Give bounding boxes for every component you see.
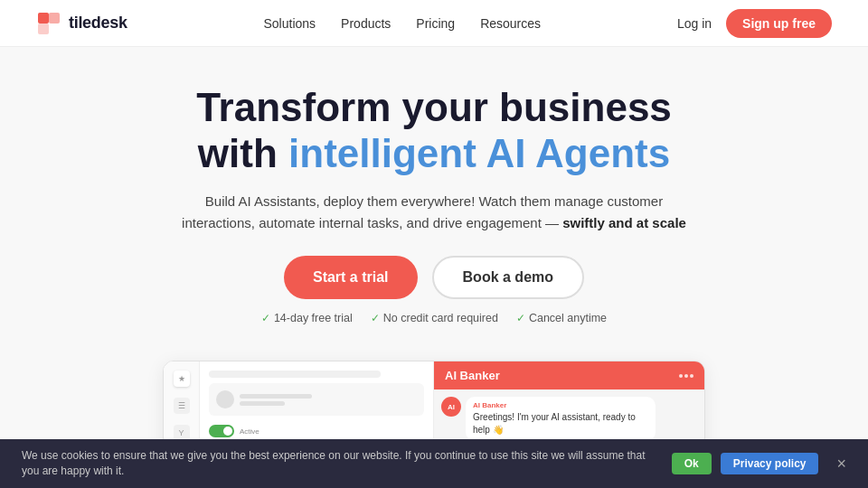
hero-title-line2-plain: with: [198, 131, 288, 175]
nav-solutions[interactable]: Solutions: [264, 16, 316, 31]
sidebar-icon-star: ★: [174, 371, 190, 387]
check-icon-cancel: ✓: [516, 312, 525, 324]
brand-name: tiledesk: [69, 14, 127, 33]
hero-subtitle: Build AI Assistants, deploy them everywh…: [172, 191, 696, 234]
chat-bubble-label-1: AI Banker: [473, 401, 648, 409]
nav-pricing[interactable]: Pricing: [416, 16, 455, 31]
demo-toggle-area: Active: [209, 425, 424, 437]
svg-rect-2: [38, 23, 49, 34]
trust-row: ✓ 14-day free trial ✓ No credit card req…: [18, 312, 850, 324]
hero-buttons: Start a trial Book a demo: [18, 256, 850, 299]
demo-mini-avatar: [216, 390, 234, 408]
chat-bubble-ai-1: AI Banker Greetings! I'm your AI assista…: [466, 397, 656, 441]
check-icon-trial: ✓: [261, 312, 270, 324]
hero-title-highlight: intelligent AI Agents: [288, 131, 670, 175]
demo-toggle: [209, 425, 234, 437]
chat-menu-icon[interactable]: [679, 374, 693, 378]
trust-item-card: ✓ No credit card required: [371, 312, 498, 324]
svg-rect-1: [49, 13, 60, 23]
start-trial-button[interactable]: Start a trial: [284, 256, 418, 299]
tiledesk-logo-icon: [36, 11, 61, 36]
trust-item-cancel: ✓ Cancel anytime: [516, 312, 607, 324]
chat-avatar-ai: AI: [441, 397, 461, 417]
hero-title-line1: Transform your business: [196, 85, 672, 129]
sidebar-icon-1: ☰: [174, 398, 190, 414]
hero-title: Transform your business with intelligent…: [18, 85, 850, 176]
chat-bubble-text-1: Greetings! I'm your AI assistant, ready …: [473, 411, 648, 436]
navbar: tiledesk Solutions Products Pricing Reso…: [0, 0, 868, 47]
nav-links: Solutions Products Pricing Resources: [264, 16, 542, 31]
login-button[interactable]: Log in: [677, 16, 712, 31]
cookie-actions: Ok Privacy policy ×: [672, 453, 846, 474]
cookie-privacy-button[interactable]: Privacy policy: [721, 453, 819, 474]
hero-section: Transform your business with intelligent…: [0, 47, 868, 346]
nav-products[interactable]: Products: [341, 16, 391, 31]
svg-rect-0: [38, 13, 49, 23]
chat-header: AI Banker: [434, 361, 704, 389]
nav-actions: Log in Sign up free: [677, 9, 832, 38]
cookie-ok-button[interactable]: Ok: [672, 453, 712, 474]
cookie-close-button[interactable]: ×: [836, 455, 846, 474]
book-demo-button[interactable]: Book a demo: [432, 256, 584, 299]
demo-mini-card-1: [209, 383, 424, 416]
chat-title: AI Banker: [445, 369, 500, 382]
trust-item-trial: ✓ 14-day free trial: [261, 312, 353, 324]
cookie-text: We use cookies to ensure that we give yo…: [22, 448, 654, 479]
demo-bar-1: [209, 371, 381, 378]
cookie-banner: We use cookies to ensure that we give yo…: [0, 439, 868, 488]
chat-msg-ai-1: AI AI Banker Greetings! I'm your AI assi…: [441, 397, 697, 441]
logo[interactable]: tiledesk: [36, 11, 127, 36]
signup-button[interactable]: Sign up free: [726, 9, 832, 38]
nav-resources[interactable]: Resources: [480, 16, 541, 31]
check-icon-card: ✓: [371, 312, 380, 324]
